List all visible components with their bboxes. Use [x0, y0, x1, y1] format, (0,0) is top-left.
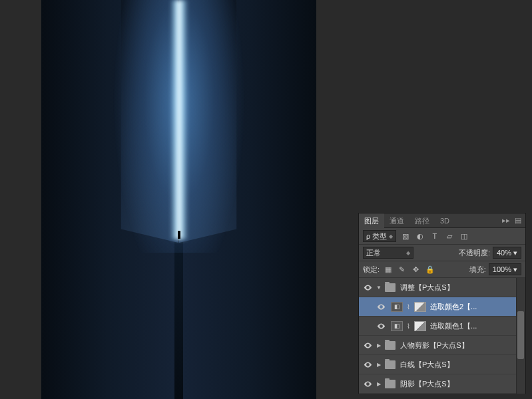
layer-label: 选取颜色2【...	[430, 302, 477, 312]
opacity-value: 40%	[497, 249, 511, 257]
chevron-down-icon: ▾	[513, 249, 517, 257]
visibility-icon[interactable]	[362, 358, 374, 370]
expand-icon[interactable]: ▶	[376, 342, 382, 348]
expand-icon[interactable]: ▼	[376, 285, 382, 291]
tab-paths[interactable]: 路径	[409, 213, 435, 228]
blend-row: 正常 ◆ 不透明度: 40% ▾	[359, 245, 525, 261]
layer-label: 白线【P大点S】	[400, 360, 454, 370]
wall-inner-right	[179, 0, 236, 243]
blend-mode-dropdown[interactable]: 正常 ◆	[363, 247, 413, 259]
tab-channels[interactable]: 通道	[384, 213, 409, 228]
mask-icon	[414, 302, 426, 312]
filter-pixel-icon[interactable]: ▧	[399, 231, 411, 242]
layers-panel: 图层 通道 路径 3D ▸▸ ▤ ρ 类型 ◆ ▧ ◐ T ▱ ◫ 正常 ◆ 不…	[358, 213, 526, 394]
layers-list: ▼ 调整【P大点S】 ◧ ⌇ 选取颜色2【... ◧ ⌇ 选取颜色1【... ▶…	[359, 278, 525, 394]
folder-icon	[385, 341, 396, 350]
filter-adjust-icon[interactable]: ◐	[414, 231, 425, 242]
filter-type-icon[interactable]: T	[429, 231, 440, 242]
canvas-image	[41, 0, 316, 399]
expand-icon[interactable]: ▶	[376, 362, 382, 368]
layer-filter-row: ρ 类型 ◆ ▧ ◐ T ▱ ◫	[359, 228, 525, 245]
chevron-down-icon: ▾	[513, 265, 517, 274]
opacity-label: 不透明度:	[459, 248, 490, 258]
menu-icon[interactable]: ▤	[513, 216, 523, 225]
link-icon: ⌇	[405, 303, 412, 311]
link-icon: ⌇	[405, 323, 412, 330]
layer-label: 人物剪影【P大点S】	[400, 340, 469, 350]
lock-transparent-icon[interactable]: ▦	[382, 264, 394, 275]
layer-label: 调整【P大点S】	[400, 283, 454, 293]
filter-shape-icon[interactable]: ▱	[443, 231, 455, 242]
scroll-thumb[interactable]	[517, 311, 524, 359]
expand-icon[interactable]: ▶	[376, 381, 382, 387]
lock-label: 锁定:	[363, 265, 380, 275]
layer-label: 阴影【P大点S】	[400, 379, 454, 389]
layer-label: 选取颜色1【...	[430, 321, 477, 331]
blend-mode-label: 正常	[366, 248, 381, 258]
filter-kind-dropdown[interactable]: ρ 类型 ◆	[363, 230, 396, 242]
collapse-icon[interactable]: ▸▸	[501, 216, 511, 225]
light-slit	[170, 0, 188, 239]
layer-group[interactable]: ▶ 人物剪影【P大点S】	[359, 336, 525, 355]
layers-scrollbar[interactable]	[516, 278, 525, 394]
visibility-icon[interactable]	[375, 301, 387, 313]
layer-adjustment[interactable]: ◧ ⌇ 选取颜色1【...	[359, 317, 525, 336]
panel-tabs: 图层 通道 路径 3D ▸▸ ▤	[359, 213, 525, 228]
layer-group[interactable]: ▶ 阴影【P大点S】	[359, 374, 525, 394]
lock-all-icon[interactable]: 🔒	[424, 264, 435, 275]
visibility-icon[interactable]	[375, 320, 387, 332]
visibility-icon[interactable]	[362, 378, 374, 390]
figure-silhouette	[178, 231, 180, 239]
opacity-input[interactable]: 40% ▾	[493, 247, 521, 259]
visibility-icon[interactable]	[362, 339, 374, 351]
lock-position-icon[interactable]: ✥	[410, 264, 421, 275]
fill-input[interactable]: 100% ▾	[489, 263, 521, 275]
lock-row: 锁定: ▦ ✎ ✥ 🔒 填充: 100% ▾	[359, 261, 525, 278]
layer-group[interactable]: ▶ 白线【P大点S】	[359, 355, 525, 374]
search-icon: ρ	[366, 232, 370, 240]
layer-adjustment[interactable]: ◧ ⌇ 选取颜色2【...	[359, 297, 525, 317]
filter-smart-icon[interactable]: ◫	[458, 231, 469, 242]
adjustment-icon: ◧	[391, 302, 403, 312]
fill-label: 填充:	[469, 265, 486, 275]
folder-icon	[385, 283, 396, 292]
lock-pixels-icon[interactable]: ✎	[396, 264, 407, 275]
folder-icon	[385, 360, 396, 369]
adjustment-icon: ◧	[391, 321, 403, 331]
tab-3d[interactable]: 3D	[435, 213, 455, 228]
filter-kind-label: 类型	[372, 231, 387, 241]
layer-group[interactable]: ▼ 调整【P大点S】	[359, 278, 525, 297]
chevron-down-icon: ◆	[389, 233, 393, 239]
fill-value: 100%	[493, 265, 511, 273]
tab-layers[interactable]: 图层	[359, 213, 384, 228]
mask-icon	[414, 321, 426, 331]
visibility-icon[interactable]	[362, 281, 374, 293]
chevron-down-icon: ◆	[406, 250, 410, 256]
folder-icon	[385, 380, 396, 388]
